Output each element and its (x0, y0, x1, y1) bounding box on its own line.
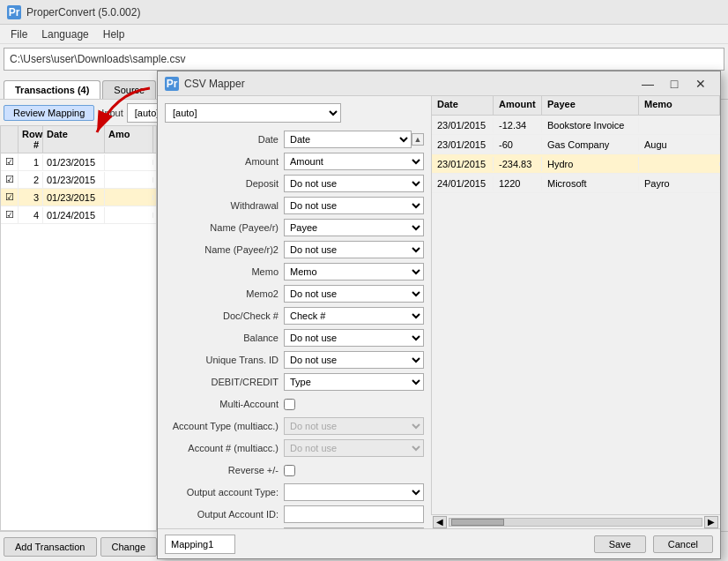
preview-panel: Date Amount Payee Memo 23/01/2015 -12.34… (431, 96, 720, 514)
form-row-account-num: Account # (multiacc.) Do not use (165, 438, 424, 458)
preview-date-1: 23/01/2015 (432, 118, 494, 132)
label-account-num: Account # (multiacc.) (165, 443, 284, 453)
label-unique-id: Unique Trans. ID (165, 355, 284, 365)
select-unique-id[interactable]: Do not use (284, 351, 424, 369)
select-output-account-type[interactable] (284, 483, 424, 501)
form-row-reverse: Reverse +/- (165, 460, 424, 480)
preview-memo-1 (639, 123, 720, 127)
form-row-date: Date Date ▲ (165, 130, 424, 149)
select-deposit[interactable]: Do not use (284, 175, 424, 192)
preview-amount-2: -60 (494, 138, 542, 152)
app-window: Pr ProperConvert (5.0.002) File Language… (0, 0, 728, 561)
preview-row: 23/01/2015 -60 Gas Company Augu (432, 135, 720, 154)
hscroll-thumb[interactable] (451, 519, 504, 526)
form-top: [auto] (165, 103, 424, 123)
save-button[interactable]: Save (594, 535, 646, 553)
select-balance[interactable]: Do not use (284, 329, 424, 347)
label-debit-credit: DEBIT/CREDIT (165, 377, 284, 387)
input-output-account-id[interactable] (284, 505, 424, 523)
form-row-output-account-type: Output account Type: (165, 482, 424, 502)
label-amount: Amount (165, 156, 284, 167)
hscroll-right-button[interactable]: ▶ (704, 516, 718, 528)
label-payee2: Name (Payee/r)2 (165, 244, 284, 255)
hscroll-left-button[interactable]: ◀ (433, 516, 447, 528)
select-amount[interactable]: Amount (284, 153, 424, 170)
form-row-account-type: Account Type (multiacc.) Do not use (165, 416, 424, 436)
preview-row: 23/01/2015 -12.34 Bookstore Invoice (432, 116, 720, 135)
label-output-account-type: Output account Type: (165, 487, 284, 497)
cancel-button[interactable]: Cancel (653, 535, 713, 553)
label-date: Date (165, 134, 284, 145)
modal-title: CSV Mapper (184, 78, 635, 90)
modal-body: [auto] Date Date ▲ Amount (158, 96, 720, 528)
form-row-payee: Name (Payee/r) Payee (165, 218, 424, 237)
modal-bottom: Save Cancel (158, 528, 720, 558)
preview-date-2: 23/01/2015 (432, 138, 494, 152)
preview-date-4: 24/01/2015 (432, 176, 494, 191)
preview-panel-wrapper: Date Amount Payee Memo 23/01/2015 -12.34… (431, 96, 720, 528)
preview-date-3: 23/01/2015 (432, 157, 494, 171)
label-check: Doc/Check # (165, 310, 284, 321)
preview-payee-2: Gas Company (542, 138, 639, 152)
csv-mapper-modal: Pr CSV Mapper — □ ✕ [auto] (157, 71, 721, 559)
modal-controls: — □ ✕ (635, 74, 713, 94)
modal-overlay: Pr CSV Mapper — □ ✕ [auto] (0, 0, 728, 561)
mapping-name-input[interactable] (165, 535, 235, 554)
preview-memo-2: Augu (639, 138, 720, 152)
select-date[interactable]: Date (284, 131, 412, 148)
form-row-unique-id: Unique Trans. ID Do not use (165, 350, 424, 370)
preview-header-date: Date (432, 96, 494, 115)
modal-title-bar: Pr CSV Mapper — □ ✕ (158, 71, 720, 96)
preview-amount-1: -12.34 (494, 118, 542, 132)
modal-app-icon: Pr (165, 77, 179, 91)
modal-maximize-button[interactable]: □ (662, 74, 687, 94)
checkbox-multi-account[interactable] (284, 399, 295, 410)
label-account-type: Account Type (multiacc.) (165, 421, 284, 431)
select-memo2[interactable]: Do not use (284, 285, 424, 303)
modal-minimize-button[interactable]: — (635, 74, 660, 94)
select-check[interactable]: Check # (284, 307, 424, 325)
label-output-account-id: Output Account ID: (165, 509, 284, 520)
select-withdrawal[interactable]: Do not use (284, 197, 424, 214)
form-row-memo2: Memo2 Do not use (165, 284, 424, 303)
preview-memo-3 (639, 162, 720, 166)
form-row-debit-credit: DEBIT/CREDIT Type (165, 372, 424, 392)
select-account-num[interactable]: Do not use (284, 439, 424, 457)
label-memo2: Memo2 (165, 288, 284, 299)
label-memo: Memo (165, 266, 284, 277)
hscroll-track (449, 518, 702, 527)
modal-close-button[interactable]: ✕ (688, 74, 713, 94)
preview-row: 24/01/2015 1220 Microsoft Payro (432, 174, 720, 193)
preview-hscrollbar[interactable]: ◀ ▶ (431, 514, 720, 528)
form-row-deposit: Deposit Do not use (165, 174, 424, 193)
preview-payee-4: Microsoft (542, 176, 639, 191)
preview-payee-3: Hydro (542, 157, 639, 171)
form-row-balance: Balance Do not use (165, 328, 424, 348)
select-debit-credit[interactable]: Type (284, 373, 424, 391)
scroll-up-indicator[interactable]: ▲ (412, 133, 424, 146)
preview-header-payee: Payee (542, 96, 639, 115)
label-deposit: Deposit (165, 178, 284, 189)
form-row-withdrawal: Withdrawal Do not use (165, 196, 424, 215)
preview-memo-4: Payro (639, 176, 720, 191)
select-account-type[interactable]: Do not use (284, 417, 424, 435)
input-output-bank-id[interactable] (284, 527, 424, 528)
form-row-memo: Memo Memo (165, 262, 424, 281)
form-row-payee2: Name (Payee/r)2 Do not use (165, 240, 424, 259)
form-row-check: Doc/Check # Check # (165, 306, 424, 325)
form-row-output-account-id: Output Account ID: (165, 505, 424, 524)
auto-profile-select[interactable]: [auto] (165, 103, 341, 123)
select-payee2[interactable]: Do not use (284, 241, 424, 258)
checkbox-reverse[interactable] (284, 465, 295, 476)
select-payee[interactable]: Payee (284, 219, 424, 236)
preview-amount-4: 1220 (494, 176, 542, 191)
preview-header-amount: Amount (494, 96, 542, 115)
label-reverse: Reverse +/- (165, 465, 284, 475)
preview-row: 23/01/2015 -234.83 Hydro (432, 154, 720, 174)
preview-header: Date Amount Payee Memo (432, 96, 720, 116)
preview-payee-1: Bookstore Invoice (542, 118, 639, 132)
preview-header-memo: Memo (639, 96, 720, 115)
select-memo[interactable]: Memo (284, 263, 424, 280)
preview-amount-3: -234.83 (494, 157, 542, 171)
form-panel: [auto] Date Date ▲ Amount (158, 96, 431, 528)
